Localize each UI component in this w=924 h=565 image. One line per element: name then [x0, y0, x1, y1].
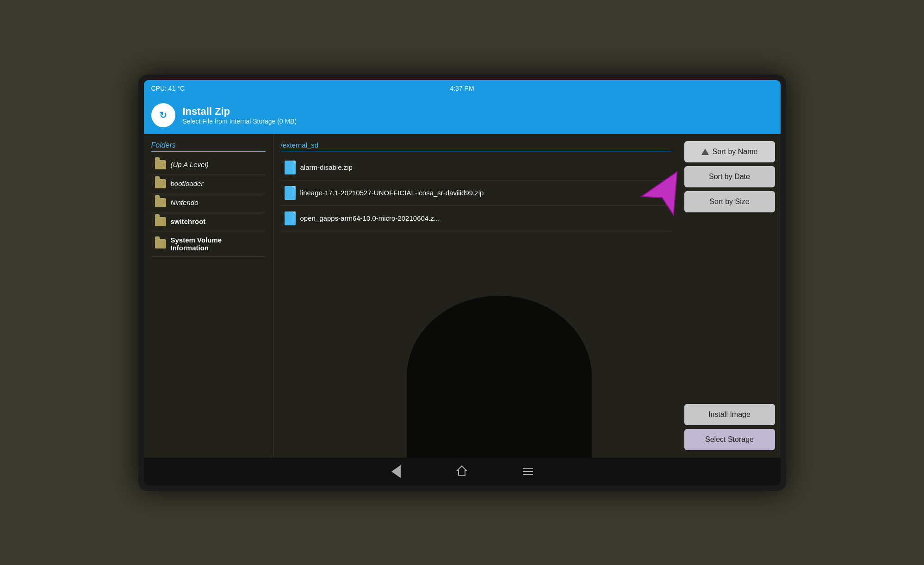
- app-icon: ↻: [151, 103, 175, 127]
- folder-name-nintendo: Nintendo: [171, 199, 198, 206]
- app-icon-symbol: ↻: [159, 110, 167, 121]
- app-title: Install Zip: [183, 106, 297, 118]
- screen: CPU: 41 °C 4:37 PM ↻ Install Zip Select …: [144, 80, 781, 485]
- tablet-frame: CPU: 41 °C 4:37 PM ↻ Install Zip Select …: [138, 75, 786, 491]
- nav-menu-button[interactable]: [523, 468, 533, 475]
- file-name-alarm: alarm-disable.zip: [300, 163, 353, 171]
- nav-bar: [144, 458, 781, 485]
- left-panel: Folders (Up A Level) bootloader Nintendo: [144, 134, 273, 458]
- file-item-alarm[interactable]: alarm-disable.zip: [281, 155, 671, 180]
- sort-by-name-button[interactable]: Sort by Name: [684, 141, 775, 162]
- header-text: Install Zip Select File from Internal St…: [183, 106, 297, 125]
- sort-by-date-label: Sort by Date: [709, 173, 750, 181]
- sort-by-name-label: Sort by Name: [713, 148, 758, 156]
- install-image-button[interactable]: Install Image: [684, 404, 775, 425]
- svg-marker-1: [457, 466, 466, 475]
- folder-name-svi: System Volume Information: [171, 236, 262, 252]
- folder-icon-up: [155, 160, 166, 169]
- status-bar: CPU: 41 °C 4:37 PM: [144, 80, 781, 97]
- cpu-temp: CPU: 41 °C: [151, 85, 185, 92]
- triangle-icon: [701, 149, 709, 155]
- sort-by-size-button[interactable]: Sort by Size: [684, 191, 775, 212]
- spacer: [684, 216, 775, 397]
- sort-buttons: Sort by Name Sort by Date Sort by Size: [684, 141, 775, 212]
- folder-icon-switchroot: [155, 217, 166, 226]
- folder-item-nintendo[interactable]: Nintendo: [151, 193, 266, 212]
- content-layer: Folders (Up A Level) bootloader Nintendo: [144, 134, 781, 458]
- folder-icon-bootloader: [155, 179, 166, 188]
- main-content: Folders (Up A Level) bootloader Nintendo: [144, 134, 781, 458]
- folder-icon-svi: [155, 239, 166, 248]
- sort-by-size-label: Sort by Size: [709, 198, 749, 206]
- folder-item-switchroot[interactable]: switchroot: [151, 212, 266, 231]
- center-panel: /external_sd alarm-disable.zip lineage-1…: [273, 134, 679, 458]
- folder-item-up[interactable]: (Up A Level): [151, 155, 266, 174]
- path-header: /external_sd: [281, 141, 671, 151]
- file-name-gapps: open_gapps-arm64-10.0-micro-20210604.z..…: [300, 214, 440, 222]
- zip-icon-lineage: [285, 186, 296, 200]
- file-name-lineage: lineage-17.1-20210527-UNOFFICIAL-icosa_s…: [300, 189, 484, 197]
- folder-icon-nintendo: [155, 198, 166, 207]
- folders-label: Folders: [151, 141, 266, 152]
- back-icon: [391, 465, 401, 478]
- home-icon: [456, 465, 467, 478]
- zip-icon-gapps: [285, 211, 296, 225]
- zip-icon-alarm: [285, 161, 296, 174]
- folder-item-bootloader[interactable]: bootloader: [151, 174, 266, 193]
- right-panel: Sort by Name Sort by Date Sort by Size I…: [679, 134, 781, 458]
- sort-by-date-button[interactable]: Sort by Date: [684, 166, 775, 187]
- file-item-gapps[interactable]: open_gapps-arm64-10.0-micro-20210604.z..…: [281, 206, 671, 231]
- app-subtitle: Select File from Internal Storage (0 MB): [183, 118, 297, 125]
- select-storage-label: Select Storage: [705, 435, 754, 444]
- folder-name-bootloader: bootloader: [171, 180, 204, 187]
- app-header: ↻ Install Zip Select File from Internal …: [144, 97, 781, 134]
- folder-item-svi[interactable]: System Volume Information: [151, 231, 266, 257]
- nav-back-button[interactable]: [391, 465, 401, 478]
- clock: 4:37 PM: [450, 85, 474, 92]
- nav-home-button[interactable]: [456, 465, 467, 478]
- file-item-lineage[interactable]: lineage-17.1-20210527-UNOFFICIAL-icosa_s…: [281, 180, 671, 206]
- select-storage-button[interactable]: Select Storage: [684, 429, 775, 450]
- install-image-label: Install Image: [708, 410, 750, 419]
- folder-name-up: (Up A Level): [171, 161, 209, 168]
- folder-name-switchroot: switchroot: [171, 217, 206, 225]
- menu-icon: [523, 468, 533, 475]
